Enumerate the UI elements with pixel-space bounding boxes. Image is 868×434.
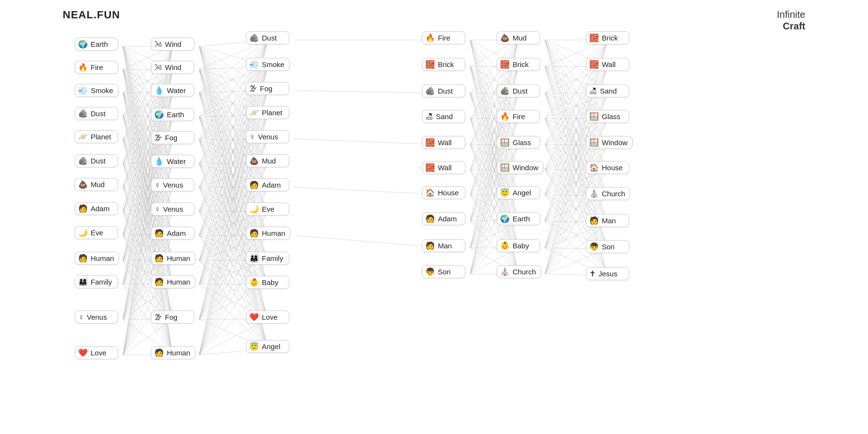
craft-node[interactable]: 🌍Earth <box>497 212 540 225</box>
craft-node[interactable]: 🧑Human <box>75 252 119 265</box>
craft-node[interactable]: 🌫Fog <box>151 131 194 144</box>
node-label: Earth <box>167 110 184 119</box>
svg-line-270 <box>199 211 268 285</box>
craft-node[interactable]: ✝Jesus <box>586 267 629 280</box>
craft-node[interactable]: 🧑Adam <box>151 227 194 240</box>
node-emoji: ♀ <box>78 313 84 321</box>
craft-node[interactable]: 🪟Glass <box>497 136 540 149</box>
craft-node[interactable]: 🏠House <box>422 186 465 199</box>
svg-line-236 <box>199 91 268 163</box>
craft-node[interactable]: 🔥Fire <box>497 110 540 123</box>
craft-node[interactable]: 🪐Planet <box>75 130 118 143</box>
craft-node[interactable]: 👦Son <box>422 265 465 278</box>
craft-node[interactable]: ⛪Church <box>586 187 630 200</box>
node-label: Brick <box>513 60 529 68</box>
craft-node[interactable]: 💨Smoke <box>246 58 290 71</box>
node-emoji: 🌙 <box>78 229 88 237</box>
craft-node[interactable]: 🌬Wind <box>151 38 194 51</box>
craft-node[interactable]: 💩Mud <box>75 178 118 191</box>
svg-line-208 <box>199 40 268 117</box>
svg-line-50 <box>123 116 173 319</box>
craft-node[interactable]: ♀Venus <box>75 311 118 324</box>
craft-node[interactable]: 🏠House <box>586 161 629 174</box>
craft-node[interactable]: 🪟Window <box>497 161 543 174</box>
craft-node[interactable]: 🪟Window <box>586 136 633 149</box>
craft-node[interactable]: 👶Baby <box>497 239 540 252</box>
craft-node[interactable]: 🧑Man <box>586 214 629 227</box>
craft-node[interactable]: 👶Baby <box>246 276 289 289</box>
svg-line-512 <box>545 145 608 221</box>
svg-line-423 <box>470 170 518 248</box>
craft-node[interactable]: 🪐Planet <box>246 106 289 119</box>
craft-node[interactable]: 🔥Fire <box>75 61 118 74</box>
node-label: Human <box>167 254 190 262</box>
craft-node[interactable]: 🧱Wall <box>422 161 465 174</box>
node-label: Smoke <box>91 86 113 95</box>
craft-node[interactable]: ❤️Love <box>246 311 289 324</box>
node-emoji: 🪨 <box>78 157 88 165</box>
craft-node[interactable]: 💩Mud <box>497 31 540 44</box>
craft-node[interactable]: 👨‍👩‍👧Family <box>75 275 118 288</box>
craft-node[interactable]: 💨Smoke <box>75 84 119 97</box>
craft-node[interactable]: 🌫Fog <box>151 311 194 324</box>
craft-node[interactable]: 🪨Dust <box>497 84 540 97</box>
craft-node[interactable]: 🧱Brick <box>586 31 629 44</box>
craft-node[interactable]: 🔥Fire <box>422 31 465 44</box>
node-emoji: ✝ <box>589 270 596 278</box>
craft-node[interactable]: 🧱Brick <box>497 58 540 71</box>
craft-node[interactable]: 🧱Brick <box>422 58 465 71</box>
craft-node[interactable]: 🪨Dust <box>75 154 118 167</box>
craft-node[interactable]: 💩Mud <box>246 154 289 167</box>
craft-node[interactable]: ♀Venus <box>151 203 194 216</box>
node-emoji: 🧱 <box>589 34 599 42</box>
node-label: Family <box>262 254 283 262</box>
craft-node[interactable]: 🌫Fog <box>246 82 289 95</box>
node-emoji: 🪟 <box>589 139 599 147</box>
craft-node[interactable]: 😇Angel <box>246 340 289 353</box>
craft-node[interactable]: ⛪Church <box>497 265 541 278</box>
craft-node[interactable]: 🧑Adam <box>75 202 118 215</box>
craft-node[interactable]: 🪟Glass <box>586 110 629 123</box>
craft-node[interactable]: 🌙Eve <box>246 203 289 216</box>
craft-node[interactable]: 🧑Adam <box>422 212 465 225</box>
svg-line-496 <box>545 170 608 249</box>
svg-line-523 <box>545 170 608 248</box>
craft-node[interactable]: 👨‍👩‍👧Family <box>246 252 289 265</box>
craft-node[interactable]: 🧑Human <box>151 275 195 288</box>
craft-node[interactable]: 🧱Wall <box>422 136 465 149</box>
node-label: Brick <box>438 60 454 68</box>
node-emoji: 🧑 <box>154 349 164 357</box>
craft-node[interactable]: 🧑Human <box>151 346 195 359</box>
craft-node[interactable]: 🧑Man <box>422 239 465 252</box>
node-label: Venus <box>163 205 183 213</box>
craft-node[interactable]: 🧑Human <box>151 252 195 265</box>
craft-node[interactable]: 🧑Human <box>246 227 290 240</box>
craft-node[interactable]: 🌙Eve <box>75 226 118 239</box>
craft-node[interactable]: ♀Venus <box>151 178 194 191</box>
craft-node[interactable]: 🌬Wind <box>151 61 194 74</box>
node-label: Dust <box>91 157 106 165</box>
node-emoji: 🪐 <box>78 133 88 141</box>
craft-node[interactable]: 🏖Sand <box>422 110 465 123</box>
svg-line-501 <box>545 119 608 195</box>
craft-node[interactable]: 🧑Adam <box>246 178 289 191</box>
node-label: Fog <box>260 84 272 93</box>
svg-line-374 <box>470 119 518 195</box>
craft-node[interactable]: 👦Son <box>586 240 629 253</box>
logo-left: NEAL.FUN <box>63 9 120 21</box>
craft-node[interactable]: 🧱Wall <box>586 58 629 71</box>
craft-node[interactable]: 🪨Dust <box>422 84 465 97</box>
craft-node[interactable]: ❤️Love <box>75 346 118 359</box>
craft-node[interactable]: 🪨Dust <box>246 31 289 44</box>
craft-node[interactable]: 🏖Sand <box>586 84 629 97</box>
node-label: Baby <box>513 242 529 250</box>
craft-node[interactable]: 🌍Earth <box>151 108 194 121</box>
craft-node[interactable]: 🪨Dust <box>75 107 118 120</box>
craft-node[interactable]: ♀Venus <box>246 130 289 143</box>
node-emoji: 🧑 <box>425 215 435 223</box>
svg-line-186 <box>199 69 268 139</box>
craft-node[interactable]: 💧Water <box>151 84 194 97</box>
craft-node[interactable]: 🌍Earth <box>75 38 118 51</box>
craft-node[interactable]: 💧Water <box>151 155 194 168</box>
craft-node[interactable]: 😇Angel <box>497 186 540 199</box>
